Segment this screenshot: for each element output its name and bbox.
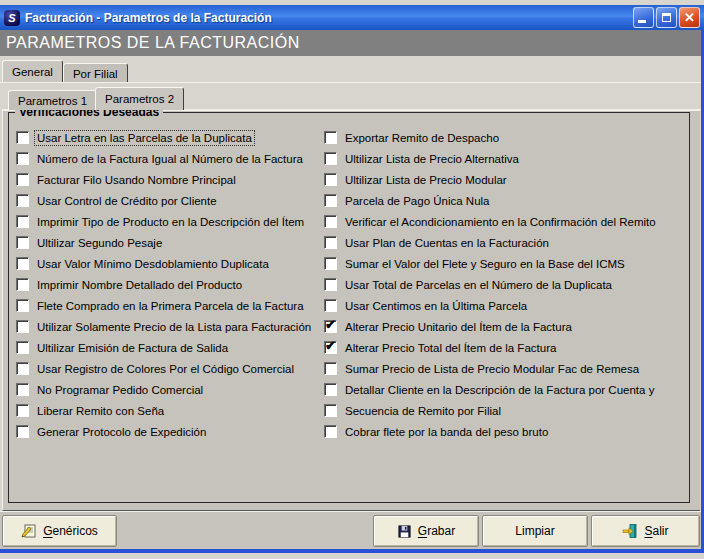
checkbox[interactable]: ✔ xyxy=(324,404,337,417)
checkbox-label[interactable]: Ultilizar Emisión de Factura de Salida xyxy=(35,341,230,355)
limpiar-button[interactable]: Limpiar xyxy=(482,515,588,547)
limpiar-button-label: Limpiar xyxy=(515,524,554,538)
checkbox[interactable]: ✔ xyxy=(324,341,337,354)
checkbox-label[interactable]: Facturar Filo Usando Nombre Principal xyxy=(35,173,238,187)
checkbox[interactable]: ✔ xyxy=(16,404,29,417)
checkbox[interactable]: ✔ xyxy=(324,278,337,291)
checkbox-label[interactable]: Usar Total de Parcelas en el Número de l… xyxy=(343,278,614,292)
checkbox[interactable]: ✔ xyxy=(16,173,29,186)
checkbox-label[interactable]: Imprimir Nombre Detallado del Producto xyxy=(35,278,244,292)
genericos-button[interactable]: Genéricos xyxy=(2,515,117,547)
main-tabs-baseline xyxy=(0,82,701,83)
checkbox-column-left: ✔ Usar Letra en las Parcelas de la Dupli… xyxy=(16,127,316,442)
checkbox-row: ✔ Ultilizar Segundo Pesaje xyxy=(16,232,316,253)
checkbox-label[interactable]: Ultilizar Lista de Precio Alternativa xyxy=(343,152,521,166)
checkbox[interactable]: ✔ xyxy=(16,383,29,396)
checkbox-label[interactable]: No Programar Pedido Comercial xyxy=(35,383,205,397)
checkbox-label[interactable]: Usar Valor Mínimo Desdoblamiento Duplica… xyxy=(35,257,271,271)
genericos-button-label: Genéricos xyxy=(43,524,98,538)
checkbox[interactable]: ✔ xyxy=(324,383,337,396)
checkbox[interactable]: ✔ xyxy=(16,425,29,438)
checkbox-label[interactable]: Utilizar Solamente Precio de la Lista pa… xyxy=(35,320,313,334)
checkbox-label[interactable]: Secuencia de Remito por Filial xyxy=(343,404,503,418)
checkbox[interactable]: ✔ xyxy=(324,362,337,375)
checkbox[interactable]: ✔ xyxy=(16,362,29,375)
tab-parametros-1[interactable]: Parametros 1 xyxy=(8,90,97,110)
checkbox-label[interactable]: Usar Control de Crédito por Cliente xyxy=(35,194,219,208)
minimize-icon xyxy=(638,20,646,23)
app-icon: S xyxy=(4,10,20,26)
titlebar[interactable]: S Facturación - Parametros de la Factura… xyxy=(0,5,704,30)
checkbox-label[interactable]: Usar Plan de Cuentas en la Facturación xyxy=(343,236,551,250)
checkbox-row: ✔ Facturar Filo Usando Nombre Principal xyxy=(16,169,316,190)
close-button[interactable]: ✕ xyxy=(679,7,700,28)
checkbox-row: ✔ Ultilizar Emisión de Factura de Salida xyxy=(16,337,316,358)
checkbox-label[interactable]: Exportar Remito de Despacho xyxy=(343,131,501,145)
checkbox[interactable]: ✔ xyxy=(324,131,337,144)
checkbox[interactable]: ✔ xyxy=(324,257,337,270)
checkbox-label[interactable]: Alterar Precio Unitario del Ítem de la F… xyxy=(343,320,574,334)
checkbox-row: ✔ Usar Letra en las Parcelas de la Dupli… xyxy=(16,127,316,148)
salir-button[interactable]: Salir xyxy=(591,515,700,547)
checkbox-label[interactable]: Liberar Remito con Seña xyxy=(35,404,166,418)
checkbox-row: ✔ Secuencia de Remito por Filial xyxy=(324,400,684,421)
checkbox-row: ✔ Usar Centimos en la Última Parcela xyxy=(324,295,684,316)
check-icon: ✔ xyxy=(325,318,336,331)
checkbox[interactable]: ✔ xyxy=(16,131,29,144)
footer-bar: Genéricos Grabar Limpiar Salir xyxy=(0,511,701,549)
checkbox[interactable]: ✔ xyxy=(16,194,29,207)
checkbox-row: ✔ Alterar Precio Total del Ítem de la Fa… xyxy=(324,337,684,358)
param-tabs: Parametros 1 Parametros 2 xyxy=(8,86,184,110)
checkbox-row: ✔ Ultilizar Lista de Precio Alternativa xyxy=(324,148,684,169)
notepad-pencil-icon xyxy=(21,523,37,539)
grabar-button[interactable]: Grabar xyxy=(373,515,479,547)
checkbox-label[interactable]: Ultilizar Segundo Pesaje xyxy=(35,236,164,250)
checkbox-row: ✔ Sumar el Valor del Flete y Seguro en l… xyxy=(324,253,684,274)
checkbox[interactable]: ✔ xyxy=(324,320,337,333)
checkbox-label[interactable]: Generar Protocolo de Expedición xyxy=(35,425,208,439)
main-tabs: General Por Filial xyxy=(2,59,128,83)
checkbox-row: ✔ Usar Registro de Colores Por el Código… xyxy=(16,358,316,379)
checkbox[interactable]: ✔ xyxy=(324,236,337,249)
checkbox-label[interactable]: Cobrar flete por la banda del peso bruto xyxy=(343,425,550,439)
checkbox-label[interactable]: Ultilizar Lista de Precio Modular xyxy=(343,173,509,187)
tab-general[interactable]: General xyxy=(2,60,63,83)
checkbox-label[interactable]: Alterar Precio Total del Ítem de la Fact… xyxy=(343,341,558,355)
checkbox-label[interactable]: Sumar Precio de Lista de Precio Modular … xyxy=(343,362,641,376)
close-icon: ✕ xyxy=(680,8,699,27)
checkbox-row: ✔ Generar Protocolo de Expedición xyxy=(16,421,316,442)
minimize-button[interactable] xyxy=(633,7,654,28)
checkbox[interactable]: ✔ xyxy=(324,299,337,312)
checkbox[interactable]: ✔ xyxy=(324,173,337,186)
tab-por-filial[interactable]: Por Filial xyxy=(63,63,128,83)
checkbox[interactable]: ✔ xyxy=(16,341,29,354)
checkbox-label[interactable]: Sumar el Valor del Flete y Seguro en la … xyxy=(343,257,627,271)
checkbox[interactable]: ✔ xyxy=(324,194,337,207)
checkbox[interactable]: ✔ xyxy=(16,215,29,228)
checkbox-label[interactable]: Parcela de Pago Única Nula xyxy=(343,194,491,208)
tab-parametros-2[interactable]: Parametros 2 xyxy=(95,87,184,110)
checkbox-label[interactable]: Usar Registro de Colores Por el Código C… xyxy=(35,362,296,376)
checkbox[interactable]: ✔ xyxy=(16,236,29,249)
checkbox-label[interactable]: Usar Letra en las Parcelas de la Duplica… xyxy=(35,131,254,145)
checkbox-label[interactable]: Número de la Factura Igual al Número de … xyxy=(35,152,305,166)
window-bottom-edge xyxy=(0,553,704,559)
checkbox[interactable]: ✔ xyxy=(16,320,29,333)
checkbox-label[interactable]: Usar Centimos en la Última Parcela xyxy=(343,299,529,313)
checkbox-label[interactable]: Detallar Cliente en la Descripción de la… xyxy=(343,383,656,397)
checkbox[interactable]: ✔ xyxy=(16,278,29,291)
checkbox[interactable]: ✔ xyxy=(16,299,29,312)
checkbox[interactable]: ✔ xyxy=(324,215,337,228)
checkbox-label[interactable]: Verificar el Acondicionamiento en la Con… xyxy=(343,215,658,229)
maximize-button[interactable] xyxy=(656,7,677,28)
checkbox-label[interactable]: Imprimir Tipo de Producto en la Descripc… xyxy=(35,215,306,229)
checkbox[interactable]: ✔ xyxy=(324,152,337,165)
checkbox-row: ✔ Imprimir Tipo de Producto en la Descri… xyxy=(16,211,316,232)
checkbox[interactable]: ✔ xyxy=(16,152,29,165)
checkbox-row: ✔ Flete Comprado en la Primera Parcela d… xyxy=(16,295,316,316)
checkbox-label[interactable]: Flete Comprado en la Primera Parcela de … xyxy=(35,299,306,313)
checkbox[interactable]: ✔ xyxy=(16,257,29,270)
checkbox[interactable]: ✔ xyxy=(324,425,337,438)
window-controls: ✕ xyxy=(633,7,700,28)
checkbox-row: ✔ Parcela de Pago Única Nula xyxy=(324,190,684,211)
